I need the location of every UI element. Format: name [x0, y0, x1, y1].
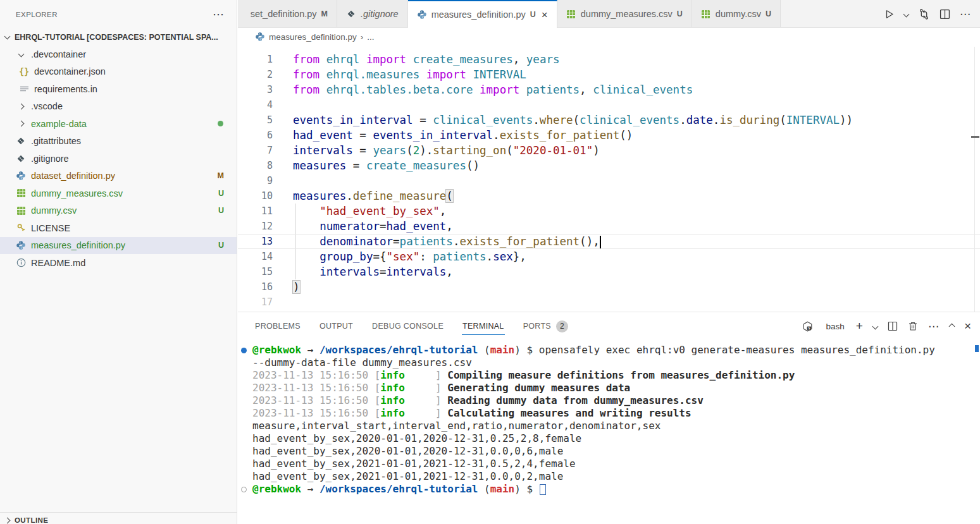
code-line-17: 17 — [238, 295, 980, 310]
panel-tab-output[interactable]: OUTPUT — [319, 318, 354, 334]
terminal-line: had_event_by_sex,2021-01-01,2021-12-31,0… — [238, 470, 980, 483]
sidebar-item--vscode[interactable]: .vscode — [0, 98, 237, 116]
info-icon — [16, 258, 26, 268]
line-number: 1 — [238, 54, 273, 65]
code-line-3: 3from ehrql.tables.beta.core import pati… — [238, 82, 980, 97]
code-line-6: 6had_event = events_in_interval.exists_f… — [238, 128, 980, 143]
tab-label: .gitignore — [361, 9, 399, 19]
file-tree: .devcontainer{}devcontainer.jsonrequirem… — [0, 46, 237, 272]
line-number: 8 — [238, 160, 273, 171]
chevron-down-icon — [16, 49, 26, 59]
git-status-badge: U — [530, 10, 536, 19]
close-icon[interactable]: × — [542, 9, 548, 20]
sidebar-item-dummy-csv[interactable]: dummy.csvU — [0, 202, 237, 220]
command-decoration-open[interactable] — [241, 487, 247, 492]
breadcrumb[interactable]: measures_definition.py › ... — [238, 28, 980, 46]
code-line-15: 15 intervals=intervals, — [238, 264, 980, 279]
sidebar-item-devcontainer-json[interactable]: {}devcontainer.json — [0, 63, 237, 81]
csv-icon — [701, 9, 711, 19]
explorer-sidebar: EXPLORER ⋯ EHRQL-TUTORIAL [CODESPACES: P… — [0, 0, 237, 524]
more-actions-icon[interactable]: ⋯ — [960, 8, 971, 21]
code-text: intervals = years(2).starting_on("2020-0… — [293, 144, 600, 157]
terminal-scroll-decoration — [975, 345, 979, 352]
code-line-2: 2from ehrql.measures import INTERVAL — [238, 67, 980, 82]
overview-ruler-cursor-mark — [971, 136, 979, 138]
run-dropdown-button[interactable] — [904, 12, 909, 16]
sidebar-item--devcontainer[interactable]: .devcontainer — [0, 46, 237, 63]
code-line-16: 16) — [238, 279, 980, 295]
panel-actions: $ bash + ⋯ × — [802, 319, 972, 333]
tab-dummy-measures-csv[interactable]: dummy_measures.csvU — [557, 0, 692, 28]
key-icon — [16, 223, 26, 233]
open-changes-button[interactable] — [918, 8, 930, 20]
file-label: .devcontainer — [31, 49, 86, 59]
shell-label[interactable]: bash — [826, 322, 845, 331]
code-line-4: 4 — [238, 97, 980, 113]
code-line-7: 7intervals = years(2).starting_on("2020-… — [238, 143, 980, 158]
file-label: requirements.in — [34, 84, 97, 94]
terminal-line: measure,interval_start,interval_end,rati… — [238, 420, 980, 432]
panel-tab-terminal[interactable]: TERMINAL — [462, 318, 505, 335]
explorer-title: EXPLORER — [16, 11, 213, 18]
breadcrumb-more[interactable]: ... — [367, 32, 374, 42]
run-python-file-button[interactable] — [884, 9, 895, 20]
panel-tab-label: PORTS — [523, 322, 551, 331]
code-text: intervals=intervals, — [293, 265, 453, 278]
split-terminal-button[interactable] — [888, 321, 898, 331]
line-number: 3 — [238, 84, 273, 95]
terminal-output[interactable]: @rebkwok → /workspaces/ehrql-tutorial (m… — [238, 344, 980, 524]
sidebar-item-license[interactable]: LICENSE — [0, 219, 237, 237]
sidebar-item--gitignore[interactable]: .gitignore — [0, 150, 237, 168]
split-editor-button[interactable] — [940, 9, 950, 20]
editor-actions: ⋯ — [875, 0, 980, 28]
overview-ruler[interactable] — [974, 47, 975, 312]
kill-terminal-button[interactable] — [908, 321, 918, 331]
maximize-panel-button[interactable] — [950, 324, 954, 329]
sidebar-item-readme-md[interactable]: README.md — [0, 254, 237, 272]
file-label: .gitattributes — [31, 136, 81, 146]
file-label: dataset_definition.py — [31, 171, 115, 181]
split-terminal-icon — [888, 321, 898, 331]
terminal-line: 2023-11-13 15:16:50 [info ] Reading dumm… — [238, 394, 980, 407]
new-terminal-button[interactable]: + — [856, 319, 863, 333]
svg-text:$: $ — [808, 326, 810, 330]
panel-tab-problems[interactable]: PROBLEMS — [254, 318, 301, 334]
sidebar-item-example-data[interactable]: example-data — [0, 115, 237, 133]
chevron-down-icon — [903, 11, 910, 17]
breadcrumb-file[interactable]: measures_definition.py — [269, 32, 357, 42]
braces-icon: {} — [19, 66, 29, 76]
code-editor[interactable]: 1from ehrql import create_measures, year… — [238, 46, 980, 312]
terminal-dropdown-button[interactable] — [873, 324, 878, 329]
file-label: .gitignore — [31, 154, 69, 164]
outline-section-header[interactable]: OUTLINE — [0, 512, 237, 524]
python-icon — [16, 240, 26, 250]
sidebar-item-measures-definition-py[interactable]: measures_definition.pyU — [0, 237, 237, 255]
terminal-cursor — [540, 484, 546, 495]
tabs: set_definition.pyM.gitignoremeasures_def… — [238, 0, 781, 28]
vscode-window: EXPLORER ⋯ EHRQL-TUTORIAL [CODESPACES: P… — [0, 0, 980, 524]
panel-tab-ports[interactable]: PORTS2 — [523, 317, 569, 336]
panel-more-actions-icon[interactable]: ⋯ — [928, 320, 940, 333]
trash-icon — [908, 321, 918, 331]
tab-bar: set_definition.pyM.gitignoremeasures_def… — [238, 0, 980, 28]
sidebar-item--gitattributes[interactable]: .gitattributes — [0, 133, 237, 150]
ports-count-badge: 2 — [556, 320, 568, 332]
workspace-root-folder[interactable]: EHRQL-TUTORIAL [CODESPACES: POTENTIAL SP… — [0, 29, 237, 46]
code-text: from ehrql.measures import INTERVAL — [293, 68, 526, 81]
command-decoration-filled[interactable] — [241, 348, 247, 353]
tab-set-definition-py[interactable]: set_definition.pyM — [238, 0, 337, 28]
tab-measures-definition-py[interactable]: measures_definition.pyU× — [408, 0, 557, 28]
sidebar-item-dataset-definition-py[interactable]: dataset_definition.pyM — [0, 168, 237, 185]
tab-label: dummy.csv — [716, 9, 761, 19]
tab--gitignore[interactable]: .gitignore — [337, 0, 408, 28]
sidebar-item-requirements-in[interactable]: requirements.in — [0, 80, 237, 98]
panel-tab-debug-console[interactable]: DEBUG CONSOLE — [371, 318, 444, 334]
explorer-more-actions-icon[interactable]: ⋯ — [213, 8, 225, 21]
code-line-14: 14 group_by={"sex": patients.sex}, — [238, 249, 980, 264]
tab-dummy-csv[interactable]: dummy.csvU — [692, 0, 781, 28]
editor-lines: 1from ehrql import create_measures, year… — [238, 52, 980, 310]
sidebar-item-dummy-measures-csv[interactable]: dummy_measures.csvU — [0, 185, 237, 202]
code-text: numerator=had_event, — [293, 220, 453, 233]
explorer-header: EXPLORER ⋯ — [0, 0, 237, 29]
close-panel-button[interactable]: × — [964, 319, 971, 333]
